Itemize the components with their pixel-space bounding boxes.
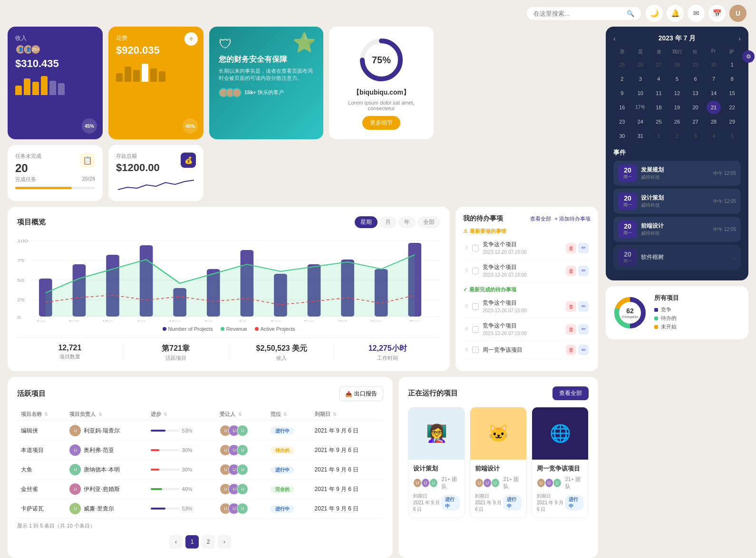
cal-day[interactable]: 3: [633, 72, 648, 86]
mid-section: 项目概览 星期 月 年 全部 100 75 50 25: [8, 207, 598, 371]
todo-checkbox[interactable]: [472, 303, 479, 310]
next-page-button[interactable]: ›: [218, 535, 231, 548]
todo-checkbox[interactable]: [472, 268, 479, 274]
cal-day[interactable]: 5: [725, 129, 739, 143]
cal-day[interactable]: 26: [633, 58, 648, 71]
cal-day[interactable]: 4: [651, 72, 666, 86]
cal-day[interactable]: 23: [615, 115, 629, 128]
edit-button[interactable]: ✏: [578, 243, 589, 253]
cal-day[interactable]: 11: [651, 87, 666, 100]
donut-label: 62 Compete: [622, 307, 638, 319]
cal-day[interactable]: 28: [670, 58, 684, 71]
todo-add[interactable]: + 添加待办事项: [555, 215, 591, 222]
cal-day[interactable]: 4: [707, 129, 721, 143]
tab-week[interactable]: 星期: [355, 216, 378, 228]
svg-text:75: 75: [17, 258, 24, 263]
cal-day[interactable]: 30: [707, 58, 721, 71]
col-owner: 项目负责人 ⇅: [66, 408, 146, 421]
delete-button[interactable]: 🗑: [566, 301, 576, 312]
cal-day[interactable]: 1: [725, 58, 739, 71]
cal-day[interactable]: 19: [670, 101, 684, 114]
cal-day[interactable]: 27: [688, 115, 703, 128]
cal-day[interactable]: 10: [633, 87, 648, 100]
cal-day[interactable]: 8: [725, 72, 739, 86]
donut-wrap: 62 Compete: [613, 296, 647, 329]
cal-day[interactable]: 5: [670, 72, 684, 86]
cal-prev[interactable]: ‹: [613, 35, 616, 42]
edit-button[interactable]: ✏: [578, 324, 589, 335]
pa-3: [232, 88, 242, 97]
page-2-button[interactable]: 2: [202, 535, 215, 548]
svg-text:Jul: Jul: [238, 319, 246, 321]
cal-day[interactable]: 20: [688, 101, 703, 114]
page-1-button[interactable]: 1: [185, 535, 199, 548]
revenue-percent: 45%: [82, 118, 97, 134]
edit-button[interactable]: ✏: [578, 345, 589, 355]
bell-icon[interactable]: 🔔: [667, 5, 684, 22]
cal-next[interactable]: ›: [738, 35, 741, 42]
cal-day[interactable]: 15: [725, 87, 739, 100]
todo-checkbox[interactable]: [472, 346, 479, 353]
stat-projects: 12,721 项目数量: [17, 344, 123, 362]
view-all-button[interactable]: 查看全部: [552, 386, 589, 400]
cal-day[interactable]: 25: [615, 58, 629, 71]
delete-button[interactable]: 🗑: [566, 243, 576, 253]
promo-card: ⭐ 🛡 您的财务安全有保障 长期以来的事实是，读者在查看页面布局时会被页面的可读…: [209, 27, 323, 139]
cal-day[interactable]: 31: [633, 129, 648, 143]
add-expense-button[interactable]: +: [184, 32, 198, 46]
delete-button[interactable]: 🗑: [566, 324, 576, 335]
donut-card: 62 Compete 所有项目 竞争 待办的: [606, 286, 748, 339]
todo-view-all[interactable]: 查看全部: [530, 215, 551, 222]
search-box[interactable]: 🔍: [527, 7, 641, 20]
cal-day[interactable]: 29: [725, 115, 739, 128]
cal-day[interactable]: 22: [725, 101, 739, 114]
tab-year[interactable]: 年: [398, 216, 416, 228]
cell-due: 2021 年 9 月 6 日: [311, 441, 383, 460]
cal-day[interactable]: 24: [633, 115, 648, 128]
cal-day[interactable]: 14: [707, 87, 721, 100]
cal-day[interactable]: 2: [615, 72, 629, 86]
cal-day[interactable]: 12: [670, 87, 684, 100]
cal-day[interactable]: 3: [688, 129, 703, 143]
stat-revenue-val: $2,50,523 美元: [229, 344, 335, 354]
search-input[interactable]: [533, 10, 623, 17]
cal-day[interactable]: 30: [615, 129, 629, 143]
cal-today[interactable]: 21: [707, 101, 721, 114]
todo-item-actions: 🗑 ✏: [566, 301, 589, 312]
avatar[interactable]: U: [729, 5, 746, 22]
moon-icon[interactable]: 🌙: [646, 5, 663, 22]
cal-day[interactable]: 7: [707, 72, 721, 86]
cal-day[interactable]: 29: [688, 58, 703, 71]
mail-icon[interactable]: ✉: [688, 5, 705, 22]
cal-day[interactable]: 26: [670, 115, 684, 128]
settings-icon[interactable]: ⚙: [742, 50, 755, 63]
cal-day[interactable]: 13: [688, 87, 703, 100]
detail-button[interactable]: 更多细节: [362, 116, 400, 130]
todo-item-extra: ⠿ 竞争这个项目2023-12-26 07:15:00 🗑 ✏: [463, 318, 591, 341]
cal-day[interactable]: 6: [688, 72, 703, 86]
cal-day[interactable]: 27: [651, 58, 666, 71]
edit-button[interactable]: ✏: [578, 266, 589, 276]
tab-all[interactable]: 全部: [417, 216, 440, 228]
cal-day[interactable]: 2: [670, 129, 684, 143]
delete-button[interactable]: 🗑: [566, 266, 576, 276]
export-button[interactable]: 📤 出口报告: [339, 386, 383, 401]
prev-page-button[interactable]: ‹: [169, 535, 183, 548]
todo-checkbox[interactable]: [472, 326, 479, 333]
event-date-3: 20 周一: [618, 221, 637, 238]
tab-month[interactable]: 月: [379, 216, 397, 228]
cal-day[interactable]: 1: [651, 129, 666, 143]
edit-button[interactable]: ✏: [578, 301, 589, 312]
project-avatars: U U U 21+ 团队: [413, 476, 460, 490]
cal-day[interactable]: 25: [651, 115, 666, 128]
cal-day[interactable]: 16: [615, 101, 629, 114]
project-due: 2021 年 9 月 6 日: [537, 500, 565, 513]
delete-button[interactable]: 🗑: [566, 345, 576, 355]
cal-day[interactable]: 17号: [633, 101, 648, 114]
svg-text:Mar: Mar: [103, 319, 113, 321]
cal-day[interactable]: 18: [651, 101, 666, 114]
cal-day[interactable]: 9: [615, 87, 629, 100]
calendar-icon[interactable]: 📅: [708, 5, 726, 22]
todo-checkbox[interactable]: [472, 245, 479, 251]
cal-day[interactable]: 28: [707, 115, 721, 128]
